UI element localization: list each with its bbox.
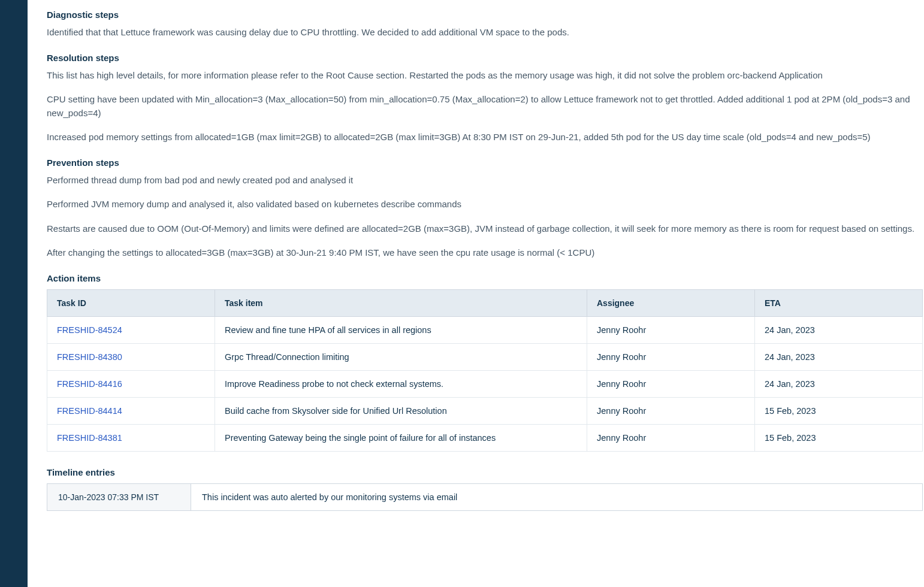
resolution-paragraph: CPU setting have been updated with Min_a… xyxy=(47,93,924,120)
action-items-table: Task ID Task item Assignee ETA FRESHID-8… xyxy=(47,289,923,452)
prevention-paragraph: After changing the settings to allocated… xyxy=(47,246,924,260)
assignee-cell: Jenny Roohr xyxy=(587,343,755,370)
task-id-link[interactable]: FRESHID-84381 xyxy=(57,433,122,443)
task-item-cell: Review and fine tune HPA of all services… xyxy=(215,316,587,343)
eta-cell: 24 Jan, 2023 xyxy=(755,370,923,397)
table-header-row: Task ID Task item Assignee ETA xyxy=(47,289,923,316)
timeline-entries-heading: Timeline entries xyxy=(47,467,924,477)
assignee-cell: Jenny Roohr xyxy=(587,316,755,343)
task-item-cell: Grpc Thread/Connection limiting xyxy=(215,343,587,370)
assignee-cell: Jenny Roohr xyxy=(587,370,755,397)
resolution-paragraph: Increased pod memory settings from alloc… xyxy=(47,131,924,144)
diagnostic-steps-heading: Diagnostic steps xyxy=(47,10,924,20)
resolution-paragraph: This list has high level details, for mo… xyxy=(47,69,924,83)
task-id-link[interactable]: FRESHID-84524 xyxy=(57,325,122,335)
action-items-heading: Action items xyxy=(47,273,924,283)
main-content: Diagnostic steps Identified that that Le… xyxy=(28,0,924,587)
timeline-row: 10-Jan-2023 07:33 PM IST This incident w… xyxy=(47,483,923,510)
timeline-description: This incident was auto alerted by our mo… xyxy=(191,483,923,510)
eta-cell: 15 Feb, 2023 xyxy=(755,397,923,424)
resolution-steps-heading: Resolution steps xyxy=(47,53,924,63)
task-id-link[interactable]: FRESHID-84380 xyxy=(57,352,122,362)
assignee-cell: Jenny Roohr xyxy=(587,397,755,424)
task-id-link[interactable]: FRESHID-84416 xyxy=(57,379,122,389)
eta-cell: 24 Jan, 2023 xyxy=(755,343,923,370)
left-sidebar xyxy=(0,0,28,587)
table-row: FRESHID-84416 Improve Readiness probe to… xyxy=(47,370,923,397)
table-row: FRESHID-84380 Grpc Thread/Connection lim… xyxy=(47,343,923,370)
table-row: FRESHID-84524 Review and fine tune HPA o… xyxy=(47,316,923,343)
prevention-steps-heading: Prevention steps xyxy=(47,158,924,168)
assignee-cell: Jenny Roohr xyxy=(587,424,755,451)
diagnostic-paragraph: Identified that that Lettuce framework w… xyxy=(47,26,924,40)
task-item-cell: Improve Readiness probe to not check ext… xyxy=(215,370,587,397)
table-row: FRESHID-84381 Preventing Gateway being t… xyxy=(47,424,923,451)
col-header-eta: ETA xyxy=(755,289,923,316)
task-id-link[interactable]: FRESHID-84414 xyxy=(57,406,122,416)
prevention-paragraph: Restarts are caused due to OOM (Out-Of-M… xyxy=(47,222,924,236)
task-item-cell: Build cache from Skysolver side for Unif… xyxy=(215,397,587,424)
col-header-assignee: Assignee xyxy=(587,289,755,316)
prevention-paragraph: Performed JVM memory dump and analysed i… xyxy=(47,198,924,211)
timeline-table: 10-Jan-2023 07:33 PM IST This incident w… xyxy=(47,483,923,511)
table-row: FRESHID-84414 Build cache from Skysolver… xyxy=(47,397,923,424)
eta-cell: 15 Feb, 2023 xyxy=(755,424,923,451)
prevention-paragraph: Performed thread dump from bad pod and n… xyxy=(47,174,924,187)
eta-cell: 24 Jan, 2023 xyxy=(755,316,923,343)
task-item-cell: Preventing Gateway being the single poin… xyxy=(215,424,587,451)
col-header-task-id: Task ID xyxy=(47,289,215,316)
timeline-timestamp: 10-Jan-2023 07:33 PM IST xyxy=(47,483,191,510)
col-header-task-item: Task item xyxy=(215,289,587,316)
